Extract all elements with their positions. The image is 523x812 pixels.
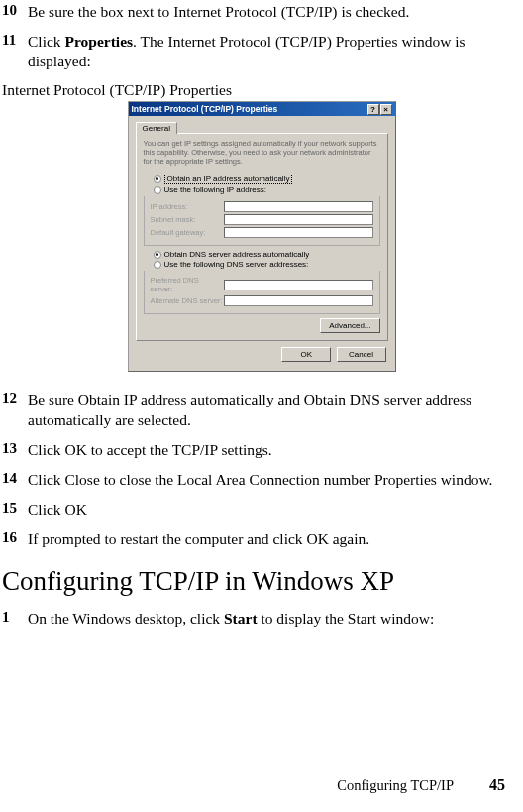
input-alternate-dns[interactable] xyxy=(224,295,373,306)
radio-use-ip[interactable]: Use the following IP address: xyxy=(154,185,380,194)
label-ip-address: IP address: xyxy=(151,202,224,211)
step: 11Click Properties. The Internet Protoco… xyxy=(0,32,523,71)
step-text: If prompted to restart the computer and … xyxy=(28,529,513,549)
step: 14Click Close to close the Local Area Co… xyxy=(0,470,523,490)
step: 1On the Windows desktop, click Start to … xyxy=(0,609,523,629)
ip-fields: IP address: Subnet mask: Default gateway… xyxy=(144,196,380,246)
radio-label: Use the following IP address: xyxy=(164,185,266,194)
step-text: Click Close to close the Local Area Conn… xyxy=(28,470,513,490)
tcpip-properties-dialog: Internet Protocol (TCP/IP) Properties ? … xyxy=(128,101,396,372)
label-subnet-mask: Subnet mask: xyxy=(151,215,224,224)
step-text: Be sure Obtain IP address automatically … xyxy=(28,390,513,429)
figure-caption: Internet Protocol (TCP/IP) Properties xyxy=(0,81,523,99)
footer-text: Configuring TCP/IP xyxy=(337,777,454,794)
input-ip-address[interactable] xyxy=(224,201,373,212)
tab-general[interactable]: General xyxy=(136,122,177,134)
help-button[interactable]: ? xyxy=(367,104,379,115)
step-text: Click Properties. The Internet Protocol … xyxy=(28,32,513,71)
input-preferred-dns[interactable] xyxy=(224,280,373,290)
input-default-gateway[interactable] xyxy=(224,227,373,238)
advanced-button[interactable]: Advanced... xyxy=(320,318,379,333)
step: 13Click OK to accept the TCP/IP settings… xyxy=(0,440,523,460)
page-number: 45 xyxy=(489,776,505,794)
radio-icon xyxy=(154,251,161,259)
step-text: Click OK xyxy=(28,500,513,520)
tab-panel: You can get IP settings assigned automat… xyxy=(136,133,388,341)
step-number: 1 xyxy=(0,609,28,626)
step: 10Be sure the box next to Internet Proto… xyxy=(0,2,523,22)
page-footer: Configuring TCP/IP 45 xyxy=(0,776,523,794)
radio-label: Use the following DNS server addresses: xyxy=(164,260,309,269)
radio-icon xyxy=(154,261,161,269)
step: 12Be sure Obtain IP address automaticall… xyxy=(0,390,523,429)
radio-icon xyxy=(154,175,161,183)
cancel-button[interactable]: Cancel xyxy=(337,347,386,362)
step-number: 14 xyxy=(0,470,28,487)
radio-obtain-dns[interactable]: Obtain DNS server address automatically xyxy=(154,250,380,259)
radio-obtain-ip[interactable]: Obtain an IP address automatically xyxy=(154,174,380,184)
label-preferred-dns: Preferred DNS server: xyxy=(151,276,224,293)
dialog-description: You can get IP settings assigned automat… xyxy=(144,139,380,166)
step-number: 15 xyxy=(0,500,28,517)
titlebar: Internet Protocol (TCP/IP) Properties ? … xyxy=(129,102,395,116)
radio-use-dns[interactable]: Use the following DNS server addresses: xyxy=(154,260,380,269)
radio-label: Obtain an IP address automatically xyxy=(164,174,293,184)
step: 15Click OK xyxy=(0,500,523,520)
step-text: On the Windows desktop, click Start to d… xyxy=(28,609,513,629)
radio-icon xyxy=(154,186,161,194)
input-subnet-mask[interactable] xyxy=(224,214,373,225)
step-number: 16 xyxy=(0,529,28,546)
titlebar-text: Internet Protocol (TCP/IP) Properties xyxy=(132,104,366,114)
step: 16If prompted to restart the computer an… xyxy=(0,529,523,549)
step-text: Be sure the box next to Internet Protoco… xyxy=(28,2,513,22)
section-heading: Configuring TCP/IP in Windows XP xyxy=(2,567,523,597)
label-default-gateway: Default gateway: xyxy=(151,228,224,237)
dns-fields: Preferred DNS server: Alternate DNS serv… xyxy=(144,271,380,314)
label-alternate-dns: Alternate DNS server: xyxy=(151,296,224,305)
close-button[interactable]: × xyxy=(380,104,392,115)
radio-label: Obtain DNS server address automatically xyxy=(164,250,310,259)
step-number: 13 xyxy=(0,440,28,457)
step-text: Click OK to accept the TCP/IP settings. xyxy=(28,440,513,460)
step-number: 10 xyxy=(0,2,28,19)
step-number: 11 xyxy=(0,32,28,49)
ok-button[interactable]: OK xyxy=(281,347,331,362)
step-number: 12 xyxy=(0,390,28,406)
